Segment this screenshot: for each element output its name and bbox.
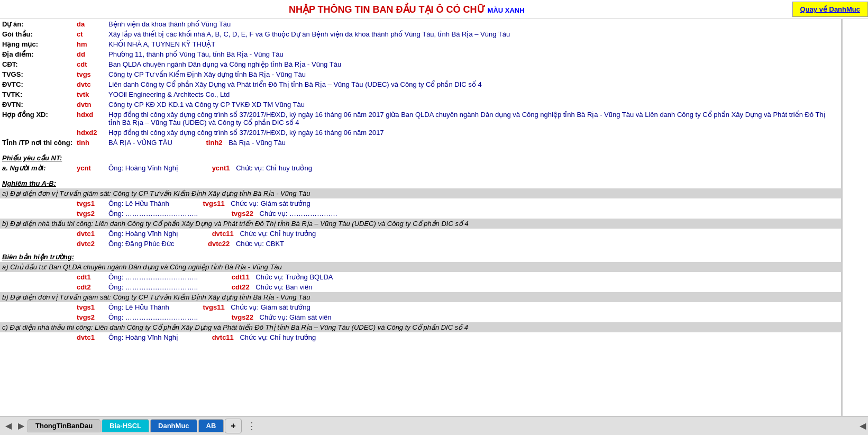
nguoimoi-val1[interactable]: Ông: Hoàng Vĩnh Nghị [108, 164, 178, 172]
code-bb-tvgs11[interactable]: tvgs11 [203, 303, 224, 311]
value-goithau[interactable]: Xây lắp và thiết bị các khối nhà A, B, C… [106, 29, 841, 39]
bienban-c-label: c) Đại diện nhà thầu thi công: Liên danh… [0, 322, 841, 332]
value-tvtk[interactable]: YOOil Engineering & Architects Co., Ltd [106, 89, 841, 99]
code-duan[interactable]: da [75, 19, 106, 29]
value-cdt2[interactable]: Ông: ………………………….. cdt22 Chức vụ: Ban viê… [106, 282, 841, 292]
bb-tvgs2-val[interactable]: Ông: ………………………….. [108, 313, 198, 321]
ycnt1-value[interactable]: Chức vụ: Chỉ huy trưởng [236, 164, 312, 172]
value-cdt1[interactable]: Ông: ………………………….. cdt11 Chức vụ: Trưởng … [106, 272, 841, 282]
code-tinh2[interactable]: tinh2 [206, 139, 223, 147]
code-bb-dvtc1[interactable]: dvtc1 [75, 332, 106, 342]
bb-dvtc1-val[interactable]: Ông: Hoàng Vĩnh Nghị [108, 333, 178, 341]
more-options-button[interactable]: ⋮ [247, 420, 257, 432]
label-empty6 [0, 272, 75, 282]
value-tinh[interactable]: BÀ RỊA - VŨNG TÀU tinh2 Bà Rịa - Vũng Tà… [106, 138, 841, 148]
cdt22-value[interactable]: Chức vụ: Ban viên [255, 283, 312, 291]
code-cdt1[interactable]: cdt1 [75, 272, 106, 282]
tvgs22-value[interactable]: Chức vụ: ………………… [260, 210, 337, 217]
code-cdt11[interactable]: cdt11 [232, 273, 250, 281]
value-tvgs1[interactable]: Ông: Lê Hữu Thành tvgs11 Chức vụ: Giám s… [106, 198, 841, 209]
code-dvtc11[interactable]: dvtc11 [212, 230, 234, 238]
scroll-left-button[interactable]: ◀ [860, 421, 866, 431]
cdt11-value[interactable]: Chức vụ: Trưởng BQLDA [255, 273, 333, 281]
value-tvgs[interactable]: Công ty CP Tư vấn Kiểm Định Xây dựng tỉn… [106, 69, 841, 79]
tab-plus[interactable]: + [225, 419, 241, 433]
cdt2-val[interactable]: Ông: ………………………….. [108, 283, 198, 291]
code-dvtc1[interactable]: dvtc1 [75, 229, 106, 239]
cdt1-val[interactable]: Ông: ………………………….. [108, 273, 198, 281]
label-empty8 [0, 302, 75, 312]
value-tvgs2[interactable]: Ông: ………………………….. tvgs22 Chức vụ: ………………… [106, 209, 841, 219]
code-cdt22[interactable]: cdt22 [232, 283, 250, 291]
tinh-value1[interactable]: BÀ RỊA - VŨNG TÀU [108, 139, 172, 147]
bb-tvgs1-val[interactable]: Ông: Lê Hữu Thành [108, 303, 169, 311]
value-dvtc[interactable]: Liên danh Công ty Cổ phần Xây Dựng và Ph… [106, 79, 841, 89]
dvtc1-val[interactable]: Ông: Hoàng Vĩnh Nghị [108, 230, 178, 238]
tvgs11-value[interactable]: Chức vụ: Giám sát trưởng [231, 200, 310, 207]
table-row [0, 173, 841, 178]
table-row: cdt2 Ông: ………………………….. cdt22 Chức vụ: Ba… [0, 282, 841, 292]
code-tvgs11[interactable]: tvgs11 [203, 200, 224, 207]
quay-ve-button[interactable]: Quay về DanhMuc [792, 2, 868, 17]
code-bb-tvgs1[interactable]: tvgs1 [75, 302, 106, 312]
code-nguoimoi[interactable]: ycnt [75, 163, 106, 173]
code-cdt2[interactable]: cdt2 [75, 282, 106, 292]
code-cdt[interactable]: cdt [75, 59, 106, 69]
code-diadiem[interactable]: dd [75, 49, 106, 59]
table-row: Hợp đồng XD: hdxd Hợp đồng thi công xây … [0, 110, 841, 128]
bienban-a-label: a) Chủ đầu tư: Ban QLDA chuyên ngành Dân… [0, 262, 841, 272]
tab-ab[interactable]: AB [198, 419, 224, 432]
next-nav-button[interactable]: ▶ [15, 421, 28, 431]
value-bb-dvtc1[interactable]: Ông: Hoàng Vĩnh Nghị dvtc11 Chức vụ: Chỉ… [106, 332, 841, 342]
value-dvtc2[interactable]: Ông: Đặng Phúc Đức dvtc22 Chức vụ: CBKT [106, 239, 841, 249]
tab-thongtin[interactable]: ThongTinBanDau [28, 419, 100, 432]
value-duan[interactable]: Bệnh viện đa khoa thành phố Vũng Tàu [106, 19, 841, 29]
bb-tvgs11-value[interactable]: Chức vụ: Giám sát trưởng [231, 303, 310, 311]
prev-nav-button[interactable]: ◀ [2, 421, 15, 431]
code-dvtc2[interactable]: dvtc2 [75, 239, 106, 249]
code-bb-tvgs22[interactable]: tvgs22 [232, 313, 253, 321]
code-tinh[interactable]: tinh [75, 138, 106, 148]
code-hangmuc[interactable]: hm [75, 39, 106, 49]
value-hangmuc[interactable]: KHỐI NHÀ A, TUYNEN KỸ THUẬT [106, 39, 841, 49]
code-tvgs22[interactable]: tvgs22 [232, 210, 253, 217]
code-bb-tvgs2[interactable]: tvgs2 [75, 312, 106, 322]
value-dvtc1[interactable]: Ông: Hoàng Vĩnh Nghị dvtc11 Chức vụ: Chỉ… [106, 229, 841, 239]
code-dvtn[interactable]: dvtn [75, 99, 106, 110]
dvtc11-value[interactable]: Chức vụ: Chỉ huy trưởng [240, 230, 316, 238]
code-tvgs2[interactable]: tvgs2 [75, 209, 106, 219]
nghiemthu-b-label: b) Đại diện nhà thầu thi công: Liên danh… [0, 219, 841, 229]
bienban-b-label: b) Đại diện đơn vị Tư vấn giám sát: Công… [0, 292, 841, 302]
value-hdxd2[interactable]: Hợp đồng thi công xây dựng công trình số… [106, 128, 841, 138]
dvtc22-value[interactable]: Chức vụ: CBKT [236, 240, 284, 248]
tab-biahscl[interactable]: Bia-HSCL [102, 419, 149, 432]
value-diadiem[interactable]: Phường 11, thành phố Vũng Tàu, tỉnh Bà R… [106, 49, 841, 59]
value-cdt[interactable]: Ban QLDA chuyên ngành Dân dụng và Công n… [106, 59, 841, 69]
code-tvgs[interactable]: tvgs [75, 69, 106, 79]
tvgs1-val[interactable]: Ông: Lê Hữu Thành [108, 200, 169, 207]
code-dvtc[interactable]: dvtc [75, 79, 106, 89]
code-tvgs1[interactable]: tvgs1 [75, 198, 106, 209]
bb-tvgs22-value[interactable]: Chức vụ: Giám sát viên [260, 313, 332, 321]
value-bb-tvgs2[interactable]: Ông: ………………………….. tvgs22 Chức vụ: Giám s… [106, 312, 841, 322]
section-phieu: Phiếu yêu cầu NT: [0, 153, 841, 163]
code-tvtk[interactable]: tvtk [75, 89, 106, 99]
dvtc2-val[interactable]: Ông: Đặng Phúc Đức [108, 240, 174, 248]
code-goithau[interactable]: ct [75, 29, 106, 39]
code-ycnt1[interactable]: ycnt1 [212, 164, 230, 172]
code-bb-dvtc11[interactable]: dvtc11 [212, 333, 234, 341]
value-bb-tvgs1[interactable]: Ông: Lê Hữu Thành tvgs11 Chức vụ: Giám s… [106, 302, 841, 312]
value-nguoimoi[interactable]: Ông: Hoàng Vĩnh Nghị ycnt1 Chức vụ: Chỉ … [106, 163, 841, 173]
tinh-value2[interactable]: Bà Rịa - Vũng Tàu [229, 139, 286, 147]
tvgs2-val[interactable]: Ông: ………………………….. [108, 210, 198, 217]
table-row: hdxd2 Hợp đồng thi công xây dựng công tr… [0, 128, 841, 138]
table-row [0, 148, 841, 153]
value-dvtn[interactable]: Công ty CP KĐ XD KD.1 và Công ty CP TVKĐ… [106, 99, 841, 110]
table-row: c) Đại diện nhà thầu thi công: Liên danh… [0, 322, 841, 332]
tab-danhmuc[interactable]: DanhMuc [150, 419, 197, 432]
bb-dvtc11-value[interactable]: Chức vụ: Chỉ huy trưởng [240, 333, 316, 341]
value-hopdong[interactable]: Hợp đồng thi công xây dựng công trình số… [106, 110, 841, 128]
code-dvtc22[interactable]: dvtc22 [208, 240, 230, 248]
code-hopdong[interactable]: hdxd [75, 110, 106, 128]
code-hdxd2[interactable]: hdxd2 [75, 128, 106, 138]
